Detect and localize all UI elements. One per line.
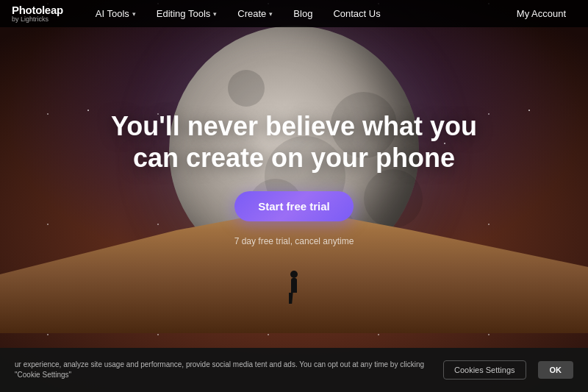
cookie-ok-button[interactable]: OK [538,361,574,379]
nav-item-create[interactable]: Create ▾ [227,0,283,27]
nav-items: AI Tools ▾ Editing Tools ▾ Create ▾ Blog… [85,0,576,27]
navbar: Photoleap by Lightricks AI Tools ▾ Editi… [0,0,588,27]
logo[interactable]: Photoleap by Lightricks [12,4,63,24]
nav-item-editing-tools[interactable]: Editing Tools ▾ [146,0,227,27]
cookie-banner: ur experience, analyze site usage and pe… [0,348,588,392]
hero-title: You'll never believe what you can create… [92,110,496,174]
nav-item-contact-us[interactable]: Contact Us [323,0,390,27]
logo-sub: by Lightricks [12,16,63,23]
nav-item-my-account[interactable]: My Account [506,0,576,27]
nav-item-blog[interactable]: Blog [283,0,323,27]
logo-name: Photoleap [12,4,63,17]
cta-subtitle: 7 day free trial, cancel anytime [0,236,588,246]
hero-section: You'll never believe what you can create… [0,0,588,392]
start-free-trial-button[interactable]: Start free trial [234,191,354,221]
chevron-down-icon: ▾ [213,10,217,18]
hero-content: You'll never believe what you can create… [0,110,588,246]
chevron-down-icon: ▾ [269,10,273,18]
person-silhouette [287,271,301,304]
nav-item-ai-tools[interactable]: AI Tools ▾ [85,0,146,27]
cookie-text: ur experience, analyze site usage and pe… [15,360,431,380]
chevron-down-icon: ▾ [132,10,136,18]
cookie-settings-button[interactable]: Cookies Settings [443,360,526,379]
